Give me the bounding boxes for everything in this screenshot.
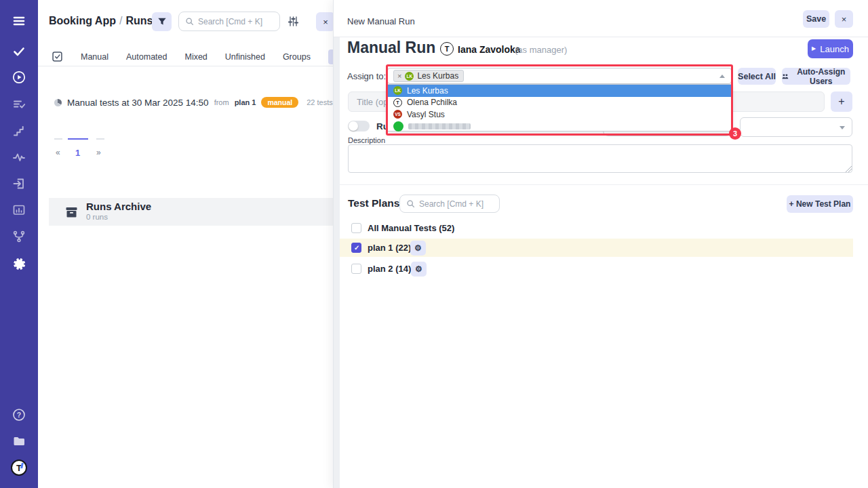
plan-label[interactable]: plan 2 (14) — [368, 264, 411, 274]
tab-automated[interactable]: Automated — [126, 52, 167, 62]
funnel-icon — [157, 17, 167, 26]
view-options-icon[interactable] — [288, 16, 299, 30]
runs-archive-row[interactable]: Runs Archive 0 runs — [49, 198, 339, 226]
branches-icon[interactable] — [0, 228, 38, 245]
pagination-next[interactable]: » — [96, 148, 101, 157]
tab-unfinished[interactable]: Unfinished — [225, 52, 265, 62]
assignee-name: Olena Pchilka — [407, 98, 457, 107]
chevron-down-icon — [840, 126, 845, 129]
panel-scrollbar-gutter — [334, 37, 340, 488]
app-root: ? T Booking App/Runs × Manual Aut — [0, 0, 868, 488]
runs-search-input[interactable] — [198, 17, 279, 26]
plan-checkbox-checked[interactable] — [351, 243, 361, 253]
assignee-option[interactable]: LK Les Kurbas — [388, 85, 731, 97]
auto-assign-button[interactable]: Auto-Assign Users — [782, 68, 850, 85]
panel-title: New Manual Run — [347, 16, 415, 26]
select-all-checkbox-icon[interactable] — [52, 51, 63, 62]
run-status-icon — [54, 99, 62, 106]
run-plan-name[interactable]: plan 1 — [235, 98, 256, 106]
chevron-up-icon — [719, 75, 725, 78]
test-plan-row[interactable]: All Manual Tests (52) — [340, 220, 853, 238]
new-manual-run-panel: New Manual Run Save × Manual Run T Iana … — [333, 0, 868, 488]
pagination-prev[interactable]: « — [56, 148, 60, 157]
owner-avatar-letter: T — [445, 45, 450, 53]
archive-box-icon — [65, 206, 78, 218]
breadcrumb: Booking App/Runs — [49, 15, 153, 27]
plan-checkbox[interactable] — [351, 223, 361, 233]
description-label: Description — [348, 136, 385, 144]
avatar: LK — [405, 72, 414, 81]
milestones-stairs-icon[interactable] — [0, 122, 38, 140]
new-test-plan-button[interactable]: + New Test Plan — [787, 195, 853, 213]
projects-folder-icon[interactable] — [0, 432, 38, 450]
description-textarea[interactable] — [348, 144, 852, 173]
page-title: Manual Run — [347, 39, 435, 57]
test-plan-row[interactable]: plan 1 (22) — [340, 239, 853, 257]
tab-manual[interactable]: Manual — [81, 52, 108, 62]
assignee-option[interactable] — [388, 121, 731, 133]
test-plans-heading: Test Plans — [348, 197, 399, 209]
filter-button[interactable] — [152, 12, 172, 31]
assignee-name: Les Kurbas — [407, 86, 448, 96]
selected-assignee-chip[interactable]: × LK Les Kurbas — [393, 70, 464, 82]
runs-tabs: Manual Automated Mixed Unfinished Groups… — [52, 47, 378, 66]
close-panel-button[interactable]: × — [316, 12, 335, 31]
plan-settings-gear-icon[interactable] — [410, 241, 426, 256]
help-icon[interactable]: ? — [0, 406, 38, 424]
pagination-page-1[interactable]: 1 — [75, 148, 80, 158]
pulse-activity-icon[interactable] — [0, 148, 38, 166]
assignee-multiselect[interactable]: × LK Les Kurbas — [387, 68, 732, 84]
select-all-button[interactable]: Select All — [738, 68, 776, 85]
avatar — [393, 121, 403, 131]
test-plans-search-input[interactable] — [419, 199, 499, 209]
tests-check-icon[interactable] — [0, 43, 38, 60]
breadcrumb-project[interactable]: Booking App — [49, 15, 116, 26]
users-icon — [782, 73, 789, 81]
search-icon — [185, 17, 194, 26]
avatar: LK — [393, 86, 402, 95]
tab-groups[interactable]: Groups — [283, 52, 311, 62]
play-icon: ▶ — [812, 46, 816, 52]
runs-play-icon[interactable] — [0, 68, 38, 86]
redacted-name — [408, 123, 471, 129]
run-list-item[interactable]: Manual tests at 30 Mar 2025 14:50 from p… — [54, 97, 333, 108]
launch-button[interactable]: ▶ Launch — [808, 39, 853, 58]
sidebar: ? T — [0, 0, 38, 488]
run-from-label: from — [214, 98, 229, 106]
tabs-divider — [38, 66, 339, 66]
plan-label[interactable]: plan 1 (22) — [368, 243, 411, 253]
assignee-name: Vasyl Stus — [407, 110, 445, 119]
add-title-button[interactable]: + — [831, 92, 852, 112]
assignee-option[interactable]: T Olena Pchilka — [388, 97, 731, 109]
app-logo[interactable]: T — [0, 459, 38, 476]
annotation-step-badge: 3 — [729, 127, 741, 140]
assignee-option[interactable]: VS Vasyl Stus — [388, 108, 731, 121]
import-icon[interactable] — [0, 175, 38, 192]
resize-grip[interactable] — [846, 166, 852, 172]
plan-label[interactable]: All Manual Tests (52) — [368, 223, 454, 233]
svg-text:?: ? — [17, 411, 21, 419]
tab-mixed[interactable]: Mixed — [184, 52, 207, 62]
pagination-tick — [96, 138, 104, 140]
archive-count: 0 runs — [86, 213, 151, 222]
panel-close-button[interactable]: × — [835, 10, 853, 28]
auto-assign-label: Auto-Assign Users — [792, 67, 850, 86]
search-icon — [406, 199, 415, 208]
run-toggle[interactable] — [348, 121, 370, 131]
avatar: T — [393, 98, 402, 107]
runs-search — [178, 12, 280, 31]
test-plans-list-icon[interactable] — [0, 96, 38, 113]
save-button[interactable]: Save — [803, 10, 829, 28]
plan-settings-gear-icon[interactable] — [411, 262, 427, 277]
toggle-knob — [349, 121, 358, 131]
menu-icon[interactable] — [0, 12, 38, 30]
test-plan-row[interactable]: plan 2 (14) — [340, 260, 853, 278]
plan-checkbox[interactable] — [351, 264, 361, 274]
run-title[interactable]: Manual tests at 30 Mar 2025 14:50 — [67, 98, 209, 108]
remove-chip-icon[interactable]: × — [397, 73, 401, 80]
avatar: VS — [393, 110, 402, 119]
reports-chart-icon[interactable] — [0, 201, 38, 219]
run-tests-count: 22 tests — [307, 98, 333, 106]
settings-gear-icon[interactable] — [0, 255, 38, 272]
environment-select[interactable] — [740, 117, 852, 137]
